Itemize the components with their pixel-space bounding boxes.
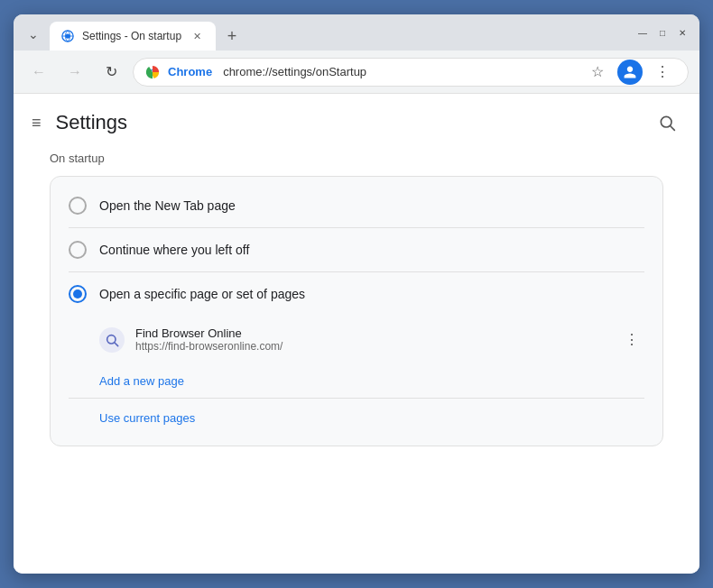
page-title: Settings (56, 111, 128, 134)
title-bar: ⌄ Settings - On startup ✕ + — □ ✕ (14, 14, 699, 51)
radio-continue[interactable] (69, 241, 87, 259)
startup-page-row: Find Browser Online https://find-browser… (51, 316, 662, 363)
option-continue[interactable]: Continue where you left off (51, 228, 662, 271)
option-new-tab[interactable]: Open the New Tab page (51, 184, 662, 227)
forward-button[interactable]: → (60, 58, 89, 87)
page-content: RISK .COM ≡ Settings On startup (14, 94, 699, 574)
window-controls: — □ ✕ (636, 26, 689, 39)
address-text: chrome://settings/onStartup (223, 65, 366, 78)
back-button[interactable]: ← (24, 58, 53, 87)
new-tab-button[interactable]: + (219, 23, 245, 49)
add-page-row: Add a new page (51, 363, 662, 398)
section-label: On startup (50, 152, 663, 165)
chrome-brand-label: Chrome (168, 65, 212, 78)
search-button[interactable] (653, 108, 681, 137)
svg-line-8 (115, 343, 118, 346)
bookmark-button[interactable]: ☆ (583, 58, 612, 87)
minimize-button[interactable]: — (636, 26, 649, 39)
radio-specific[interactable] (69, 285, 87, 303)
address-bar[interactable]: Chrome chrome://settings/onStartup ☆ ⋮ (133, 58, 689, 87)
use-current-row: Use current pages (51, 399, 662, 438)
maximize-button[interactable]: □ (656, 26, 669, 39)
options-card: Open the New Tab page Continue where you… (50, 176, 663, 446)
chrome-menu-button[interactable]: ⋮ (648, 58, 677, 87)
radio-new-tab[interactable] (69, 197, 87, 215)
add-new-page-button[interactable]: Add a new page (99, 374, 184, 388)
browser-window: ⌄ Settings - On startup ✕ + — □ ✕ ← (14, 14, 699, 574)
option-specific-label: Open a specific page or set of pages (99, 287, 305, 301)
tab-title: Settings - On startup (82, 30, 181, 42)
option-new-tab-label: Open the New Tab page (99, 198, 236, 213)
reload-button[interactable]: ↻ (97, 58, 125, 87)
close-button[interactable]: ✕ (676, 26, 689, 39)
settings-body: On startup Open the New Tab page Continu… (14, 152, 699, 464)
address-bar-right: ☆ ⋮ (583, 58, 677, 87)
radio-specific-inner (73, 289, 82, 299)
active-tab[interactable]: Settings - On startup ✕ (50, 22, 216, 51)
tab-favicon (60, 29, 75, 43)
tab-close-button[interactable]: ✕ (189, 28, 205, 44)
page-icon (99, 327, 125, 353)
hamburger-icon[interactable]: ≡ (32, 114, 42, 133)
nav-bar: ← → ↻ Chrome chrome://settings/onStartup… (14, 51, 699, 94)
profile-button[interactable] (617, 60, 643, 85)
tab-group: ⌄ Settings - On startup ✕ + (21, 22, 245, 51)
svg-line-6 (671, 126, 675, 131)
chrome-logo-icon (144, 64, 161, 80)
tab-scroll-left[interactable]: ⌄ (21, 22, 46, 47)
startup-page-name: Find Browser Online (135, 326, 608, 340)
page-info: Find Browser Online https://find-browser… (135, 326, 608, 353)
startup-page-url: https://find-browseronline.com/ (135, 340, 608, 353)
use-current-pages-button[interactable]: Use current pages (99, 411, 195, 425)
option-specific[interactable]: Open a specific page or set of pages (51, 272, 662, 316)
settings-header: ≡ Settings (14, 94, 699, 152)
option-continue-label: Continue where you left off (99, 243, 249, 257)
startup-page-menu-button[interactable]: ⋮ (619, 327, 644, 353)
